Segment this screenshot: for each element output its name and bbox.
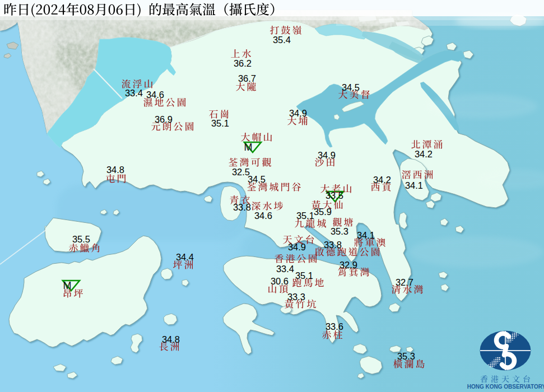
svg-text:M: M (63, 280, 72, 291)
svg-text:36.9: 36.9 (155, 114, 173, 124)
svg-text:35.5: 35.5 (72, 234, 90, 244)
svg-text:33.3: 33.3 (287, 292, 305, 302)
svg-text:34.9: 34.9 (288, 242, 306, 252)
svg-text:34.1: 34.1 (357, 230, 375, 240)
svg-text:33.6: 33.6 (326, 321, 343, 332)
svg-text:33.5: 33.5 (326, 190, 343, 200)
svg-text:35.3: 35.3 (331, 226, 348, 236)
svg-text:32.9: 32.9 (340, 260, 357, 270)
svg-text:34.5: 34.5 (342, 82, 360, 92)
svg-text:34.6: 34.6 (146, 90, 164, 100)
svg-text:32.7: 32.7 (396, 277, 413, 287)
svg-text:M: M (244, 142, 253, 153)
svg-text:34.8: 34.8 (106, 165, 124, 175)
svg-text:HONG KONG OBSERVATORY: HONG KONG OBSERVATORY (467, 384, 544, 390)
svg-text:30.6: 30.6 (271, 276, 289, 286)
svg-text:33.8: 33.8 (233, 202, 251, 212)
svg-text:35.1: 35.1 (296, 211, 314, 221)
svg-text:34.9: 34.9 (289, 108, 307, 118)
svg-text:33.8: 33.8 (324, 240, 342, 250)
svg-text:35.9: 35.9 (314, 207, 332, 217)
svg-text:35.4: 35.4 (273, 35, 291, 45)
svg-text:34.5: 34.5 (248, 174, 266, 184)
svg-text:34.8: 34.8 (162, 334, 180, 344)
svg-text:35.1: 35.1 (211, 118, 229, 128)
svg-text:35.1: 35.1 (295, 270, 313, 281)
svg-text:36.2: 36.2 (234, 58, 252, 68)
svg-text:34.4: 34.4 (176, 252, 194, 262)
svg-text:34.2: 34.2 (373, 175, 391, 185)
svg-text:34.9: 34.9 (318, 150, 336, 160)
svg-text:33.4: 33.4 (125, 88, 143, 98)
svg-text:33.4: 33.4 (276, 264, 294, 274)
svg-text:34.6: 34.6 (254, 211, 272, 221)
svg-text:34.1: 34.1 (405, 180, 423, 190)
svg-text:35.3: 35.3 (397, 351, 415, 361)
svg-text:34.2: 34.2 (415, 149, 433, 159)
svg-text:36.7: 36.7 (238, 73, 256, 83)
